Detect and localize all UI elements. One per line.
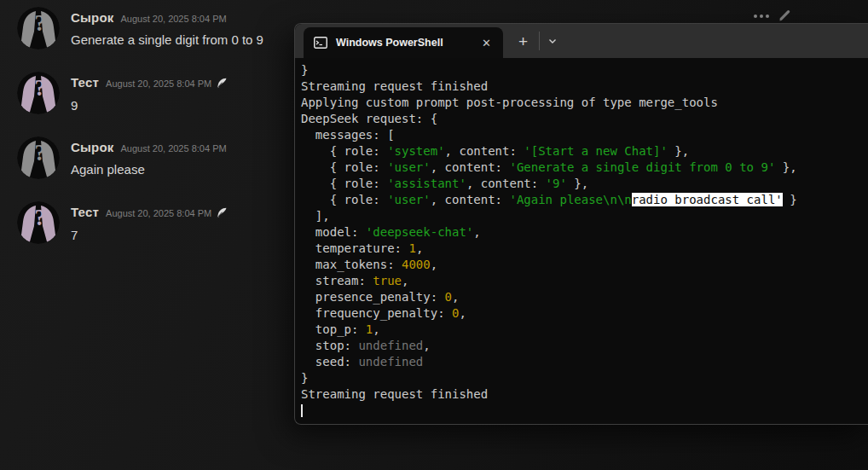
chat-message: ? Сырок August 20, 2025 8:04 PM Again pl… xyxy=(17,136,294,189)
terminal-tab-bar: Windows PowerShell ✕ + xyxy=(295,24,868,58)
terminal-line: { role: 'user', content: 'Generate a sin… xyxy=(301,160,868,176)
message-timestamp: August 20, 2025 8:04 PM xyxy=(120,143,226,154)
terminal-line: stream: true, xyxy=(301,273,868,289)
avatar[interactable]: ? xyxy=(17,7,60,49)
tab-bar-divider xyxy=(539,32,540,50)
terminal-line: model: 'deepseek-chat', xyxy=(301,224,868,241)
svg-text:?: ? xyxy=(34,140,46,165)
terminal-line: temperature: 1, xyxy=(301,241,868,257)
terminal-line: Streaming request finished xyxy=(301,78,868,95)
terminal-window: Windows PowerShell ✕ + }Streaming reques… xyxy=(294,23,868,425)
chevron-down-icon[interactable] xyxy=(547,36,558,46)
edit-pencil-icon[interactable] xyxy=(778,9,792,23)
more-actions-icon[interactable] xyxy=(754,15,769,18)
message-timestamp: August 20, 2025 8:04 PM xyxy=(106,78,211,89)
terminal-line: DeepSeek request: { xyxy=(301,111,868,127)
message-actions xyxy=(754,9,792,23)
message-text: Generate a single digit from 0 to 9 xyxy=(71,32,263,47)
terminal-line: } xyxy=(301,62,868,78)
quill-icon xyxy=(217,77,228,92)
terminal-output[interactable]: }Streaming request finishedApplying cust… xyxy=(295,58,868,419)
terminal-line: top_p: 1, xyxy=(301,322,868,338)
terminal-line: } xyxy=(301,370,868,386)
svg-text:?: ? xyxy=(34,75,46,101)
author-name[interactable]: Тест xyxy=(71,75,99,90)
terminal-line: { role: 'system', content: '[Start a new… xyxy=(301,143,868,160)
terminal-line: max_tokens: 4000, xyxy=(301,257,868,273)
chat-message: ? Тест August 20, 2025 8:04 PM 7 xyxy=(17,201,294,253)
message-timestamp: August 20, 2025 8:04 PM xyxy=(106,208,211,218)
author-name[interactable]: Сырок xyxy=(71,10,113,25)
message-text: Again please xyxy=(71,162,227,177)
author-name[interactable]: Тест xyxy=(71,205,99,219)
terminal-tab-title: Windows PowerShell xyxy=(336,37,480,49)
svg-text:?: ? xyxy=(34,205,46,230)
svg-text:?: ? xyxy=(34,10,46,36)
chat-message: ? Тест August 20, 2025 8:04 PM 9 xyxy=(17,72,294,124)
terminal-line: Applying custom prompt post-processing o… xyxy=(301,95,868,111)
avatar[interactable]: ? xyxy=(17,72,60,114)
terminal-line: ], xyxy=(301,208,868,224)
terminal-line xyxy=(301,403,868,419)
terminal-cursor xyxy=(301,404,303,417)
message-timestamp: August 20, 2025 8:04 PM xyxy=(120,14,226,24)
terminal-line: messages: [ xyxy=(301,127,868,143)
message-text: 7 xyxy=(71,228,228,242)
avatar[interactable]: ? xyxy=(17,201,60,244)
chat-log: ? Сырок August 20, 2025 8:04 PM Generate… xyxy=(0,0,294,266)
terminal-line: stop: undefined, xyxy=(301,338,868,354)
terminal-tab-powershell[interactable]: Windows PowerShell ✕ xyxy=(304,27,503,58)
chat-message: ? Сырок August 20, 2025 8:04 PM Generate… xyxy=(17,7,294,59)
command-prompt-icon xyxy=(314,37,327,49)
author-name[interactable]: Сырок xyxy=(71,140,113,154)
terminal-line: { role: 'assistant', content: '9' }, xyxy=(301,176,868,192)
tab-close-icon[interactable]: ✕ xyxy=(480,37,493,49)
message-text: 9 xyxy=(71,98,228,113)
terminal-line: Streaming request finished xyxy=(301,386,868,403)
terminal-line: presence_penalty: 0, xyxy=(301,289,868,305)
terminal-line: frequency_penalty: 0, xyxy=(301,305,868,322)
avatar[interactable]: ? xyxy=(17,136,60,179)
new-tab-button[interactable]: + xyxy=(518,33,528,49)
terminal-line: seed: undefined xyxy=(301,354,868,370)
terminal-line: { role: 'user', content: 'Again please\n… xyxy=(301,192,868,208)
quill-icon xyxy=(217,206,228,222)
